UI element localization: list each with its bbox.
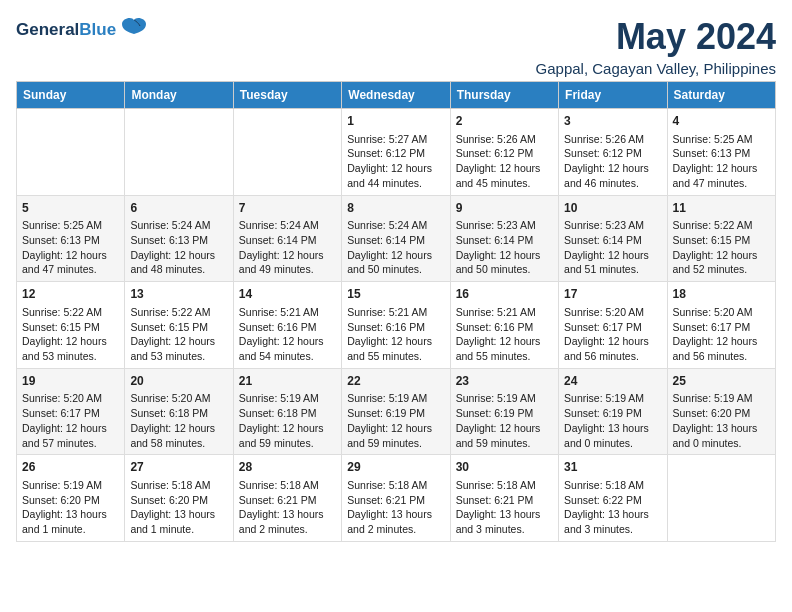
day-info: Sunrise: 5:18 AM Sunset: 6:20 PM Dayligh…: [130, 478, 227, 537]
day-cell: 2Sunrise: 5:26 AM Sunset: 6:12 PM Daylig…: [450, 109, 558, 196]
logo-blue: Blue: [79, 20, 116, 39]
day-cell: 1Sunrise: 5:27 AM Sunset: 6:12 PM Daylig…: [342, 109, 450, 196]
day-number: 2: [456, 113, 553, 130]
day-info: Sunrise: 5:24 AM Sunset: 6:14 PM Dayligh…: [239, 218, 336, 277]
day-info: Sunrise: 5:18 AM Sunset: 6:21 PM Dayligh…: [239, 478, 336, 537]
day-number: 1: [347, 113, 444, 130]
day-number: 26: [22, 459, 119, 476]
day-number: 3: [564, 113, 661, 130]
header-wednesday: Wednesday: [342, 82, 450, 109]
day-info: Sunrise: 5:24 AM Sunset: 6:14 PM Dayligh…: [347, 218, 444, 277]
day-number: 16: [456, 286, 553, 303]
day-number: 9: [456, 200, 553, 217]
week-row-1: 1Sunrise: 5:27 AM Sunset: 6:12 PM Daylig…: [17, 109, 776, 196]
day-number: 5: [22, 200, 119, 217]
header-sunday: Sunday: [17, 82, 125, 109]
day-info: Sunrise: 5:26 AM Sunset: 6:12 PM Dayligh…: [564, 132, 661, 191]
day-info: Sunrise: 5:21 AM Sunset: 6:16 PM Dayligh…: [239, 305, 336, 364]
day-cell: [17, 109, 125, 196]
logo-general: General: [16, 20, 79, 39]
page-header: GeneralBlue May 2024 Gappal, Cagayan Val…: [16, 16, 776, 77]
day-info: Sunrise: 5:20 AM Sunset: 6:17 PM Dayligh…: [564, 305, 661, 364]
day-cell: 7Sunrise: 5:24 AM Sunset: 6:14 PM Daylig…: [233, 195, 341, 282]
title-section: May 2024 Gappal, Cagayan Valley, Philipp…: [536, 16, 776, 77]
day-cell: 18Sunrise: 5:20 AM Sunset: 6:17 PM Dayli…: [667, 282, 775, 369]
day-cell: 22Sunrise: 5:19 AM Sunset: 6:19 PM Dayli…: [342, 368, 450, 455]
day-number: 17: [564, 286, 661, 303]
page-title: May 2024: [536, 16, 776, 58]
day-cell: 25Sunrise: 5:19 AM Sunset: 6:20 PM Dayli…: [667, 368, 775, 455]
day-cell: [125, 109, 233, 196]
day-cell: 10Sunrise: 5:23 AM Sunset: 6:14 PM Dayli…: [559, 195, 667, 282]
day-number: 24: [564, 373, 661, 390]
day-cell: 27Sunrise: 5:18 AM Sunset: 6:20 PM Dayli…: [125, 455, 233, 542]
day-cell: 6Sunrise: 5:24 AM Sunset: 6:13 PM Daylig…: [125, 195, 233, 282]
week-row-4: 19Sunrise: 5:20 AM Sunset: 6:17 PM Dayli…: [17, 368, 776, 455]
day-info: Sunrise: 5:21 AM Sunset: 6:16 PM Dayligh…: [347, 305, 444, 364]
day-number: 8: [347, 200, 444, 217]
day-number: 21: [239, 373, 336, 390]
header-friday: Friday: [559, 82, 667, 109]
day-info: Sunrise: 5:24 AM Sunset: 6:13 PM Dayligh…: [130, 218, 227, 277]
day-cell: 17Sunrise: 5:20 AM Sunset: 6:17 PM Dayli…: [559, 282, 667, 369]
day-cell: 28Sunrise: 5:18 AM Sunset: 6:21 PM Dayli…: [233, 455, 341, 542]
day-cell: [667, 455, 775, 542]
day-number: 13: [130, 286, 227, 303]
logo-bird-icon: [120, 16, 148, 42]
day-cell: 29Sunrise: 5:18 AM Sunset: 6:21 PM Dayli…: [342, 455, 450, 542]
day-cell: 13Sunrise: 5:22 AM Sunset: 6:15 PM Dayli…: [125, 282, 233, 369]
day-number: 14: [239, 286, 336, 303]
header-tuesday: Tuesday: [233, 82, 341, 109]
week-row-3: 12Sunrise: 5:22 AM Sunset: 6:15 PM Dayli…: [17, 282, 776, 369]
day-cell: 8Sunrise: 5:24 AM Sunset: 6:14 PM Daylig…: [342, 195, 450, 282]
header-thursday: Thursday: [450, 82, 558, 109]
page-subtitle: Gappal, Cagayan Valley, Philippines: [536, 60, 776, 77]
day-info: Sunrise: 5:20 AM Sunset: 6:18 PM Dayligh…: [130, 391, 227, 450]
day-cell: 26Sunrise: 5:19 AM Sunset: 6:20 PM Dayli…: [17, 455, 125, 542]
day-number: 18: [673, 286, 770, 303]
day-cell: 19Sunrise: 5:20 AM Sunset: 6:17 PM Dayli…: [17, 368, 125, 455]
day-cell: 14Sunrise: 5:21 AM Sunset: 6:16 PM Dayli…: [233, 282, 341, 369]
day-number: 25: [673, 373, 770, 390]
day-info: Sunrise: 5:22 AM Sunset: 6:15 PM Dayligh…: [130, 305, 227, 364]
day-number: 4: [673, 113, 770, 130]
day-info: Sunrise: 5:25 AM Sunset: 6:13 PM Dayligh…: [673, 132, 770, 191]
day-number: 30: [456, 459, 553, 476]
day-info: Sunrise: 5:25 AM Sunset: 6:13 PM Dayligh…: [22, 218, 119, 277]
day-number: 11: [673, 200, 770, 217]
logo: GeneralBlue: [16, 16, 148, 42]
day-info: Sunrise: 5:23 AM Sunset: 6:14 PM Dayligh…: [456, 218, 553, 277]
day-number: 29: [347, 459, 444, 476]
day-cell: 15Sunrise: 5:21 AM Sunset: 6:16 PM Dayli…: [342, 282, 450, 369]
day-info: Sunrise: 5:19 AM Sunset: 6:19 PM Dayligh…: [456, 391, 553, 450]
day-info: Sunrise: 5:19 AM Sunset: 6:18 PM Dayligh…: [239, 391, 336, 450]
day-cell: 23Sunrise: 5:19 AM Sunset: 6:19 PM Dayli…: [450, 368, 558, 455]
day-number: 22: [347, 373, 444, 390]
day-number: 27: [130, 459, 227, 476]
day-info: Sunrise: 5:22 AM Sunset: 6:15 PM Dayligh…: [673, 218, 770, 277]
day-cell: 9Sunrise: 5:23 AM Sunset: 6:14 PM Daylig…: [450, 195, 558, 282]
header-saturday: Saturday: [667, 82, 775, 109]
day-number: 7: [239, 200, 336, 217]
day-cell: 20Sunrise: 5:20 AM Sunset: 6:18 PM Dayli…: [125, 368, 233, 455]
header-row: SundayMondayTuesdayWednesdayThursdayFrid…: [17, 82, 776, 109]
day-info: Sunrise: 5:19 AM Sunset: 6:20 PM Dayligh…: [673, 391, 770, 450]
day-number: 28: [239, 459, 336, 476]
day-info: Sunrise: 5:21 AM Sunset: 6:16 PM Dayligh…: [456, 305, 553, 364]
day-info: Sunrise: 5:20 AM Sunset: 6:17 PM Dayligh…: [22, 391, 119, 450]
week-row-2: 5Sunrise: 5:25 AM Sunset: 6:13 PM Daylig…: [17, 195, 776, 282]
day-cell: [233, 109, 341, 196]
day-number: 19: [22, 373, 119, 390]
day-number: 31: [564, 459, 661, 476]
day-info: Sunrise: 5:19 AM Sunset: 6:19 PM Dayligh…: [347, 391, 444, 450]
day-info: Sunrise: 5:18 AM Sunset: 6:21 PM Dayligh…: [347, 478, 444, 537]
day-info: Sunrise: 5:23 AM Sunset: 6:14 PM Dayligh…: [564, 218, 661, 277]
day-cell: 21Sunrise: 5:19 AM Sunset: 6:18 PM Dayli…: [233, 368, 341, 455]
day-cell: 16Sunrise: 5:21 AM Sunset: 6:16 PM Dayli…: [450, 282, 558, 369]
header-monday: Monday: [125, 82, 233, 109]
day-info: Sunrise: 5:19 AM Sunset: 6:19 PM Dayligh…: [564, 391, 661, 450]
day-cell: 30Sunrise: 5:18 AM Sunset: 6:21 PM Dayli…: [450, 455, 558, 542]
day-cell: 24Sunrise: 5:19 AM Sunset: 6:19 PM Dayli…: [559, 368, 667, 455]
week-row-5: 26Sunrise: 5:19 AM Sunset: 6:20 PM Dayli…: [17, 455, 776, 542]
day-number: 23: [456, 373, 553, 390]
